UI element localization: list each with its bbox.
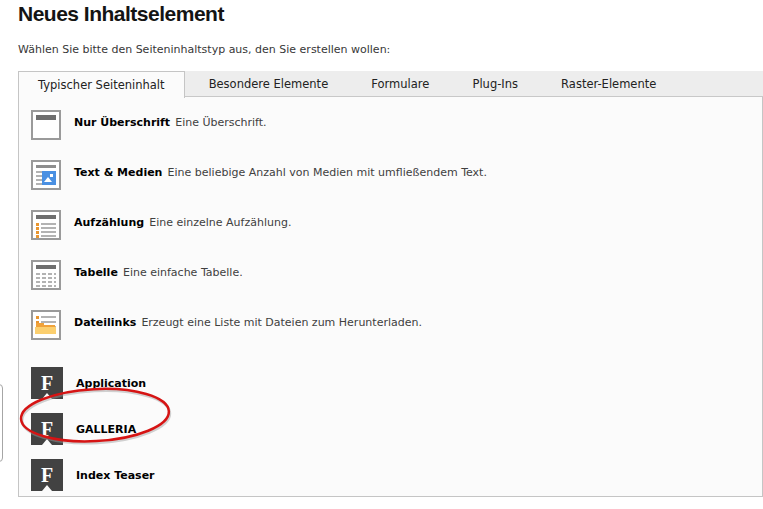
- item-dateilinks[interactable]: Dateilinks Erzeugt eine Liste mit Dateie…: [31, 310, 762, 360]
- item-description: Eine einfache Tabelle.: [123, 266, 243, 279]
- item-title: Tabelle: [74, 266, 118, 279]
- plugin-f-icon: F: [31, 367, 63, 399]
- page-subtitle: Wählen Sie bitte den Seiteninhaltstyp au…: [18, 43, 390, 56]
- item-title: Text & Medien: [74, 166, 162, 179]
- tab-besondere-elemente[interactable]: Besondere Elemente: [190, 71, 348, 97]
- plugin-f-icon: F: [31, 413, 63, 445]
- tab-formulare[interactable]: Formulare: [352, 71, 448, 97]
- item-description: Eine beliebige Anzahl von Medien mit umf…: [168, 166, 487, 179]
- page-title: Neues Inhaltselement: [18, 2, 224, 26]
- filelinks-icon: [31, 310, 61, 340]
- item-title: GALLERIA: [76, 423, 136, 437]
- tab-raster-elemente[interactable]: Raster-Elemente: [542, 71, 675, 97]
- item-nur-ueberschrift[interactable]: Nur Überschrift Eine Überschrift.: [31, 110, 762, 160]
- item-index-teaser[interactable]: F Index Teaser: [31, 452, 762, 498]
- tab-plug-ins[interactable]: Plug-Ins: [453, 71, 537, 97]
- item-description: Eine einzelne Aufzählung.: [149, 216, 291, 229]
- item-application[interactable]: F Application: [31, 360, 762, 406]
- item-text-medien[interactable]: Text & Medien Eine beliebige Anzahl von …: [31, 160, 762, 210]
- item-aufzaehlung[interactable]: Aufzählung Eine einzelne Aufzählung.: [31, 210, 762, 260]
- new-content-element-wizard: Neues Inhaltselement Wählen Sie bitte de…: [0, 0, 763, 509]
- bullet-list-icon: [31, 210, 61, 240]
- plugin-f-icon: F: [31, 459, 63, 491]
- item-galleria[interactable]: F GALLERIA: [31, 406, 762, 452]
- item-title: Index Teaser: [76, 469, 155, 483]
- item-description: Erzeugt eine Liste mit Dateien zum Herun…: [141, 316, 422, 329]
- item-tabelle[interactable]: Tabelle Eine einfache Tabelle.: [31, 260, 762, 310]
- text-media-icon: [31, 160, 61, 190]
- content-type-list: Nur Überschrift Eine Überschrift. Text &…: [18, 97, 763, 497]
- item-title: Nur Überschrift: [74, 116, 170, 129]
- item-title: Application: [76, 377, 146, 391]
- tab-bar: Typischer Seiteninhalt Besondere Element…: [18, 71, 763, 97]
- item-description: Eine Überschrift.: [175, 116, 266, 129]
- cut-off-panel-fragment: [0, 384, 3, 462]
- item-title: Aufzählung: [74, 216, 144, 229]
- tab-typischer-seiteninhalt[interactable]: Typischer Seiteninhalt: [18, 71, 185, 98]
- table-icon: [31, 260, 61, 290]
- item-title: Dateilinks: [74, 316, 136, 329]
- header-only-icon: [31, 110, 61, 140]
